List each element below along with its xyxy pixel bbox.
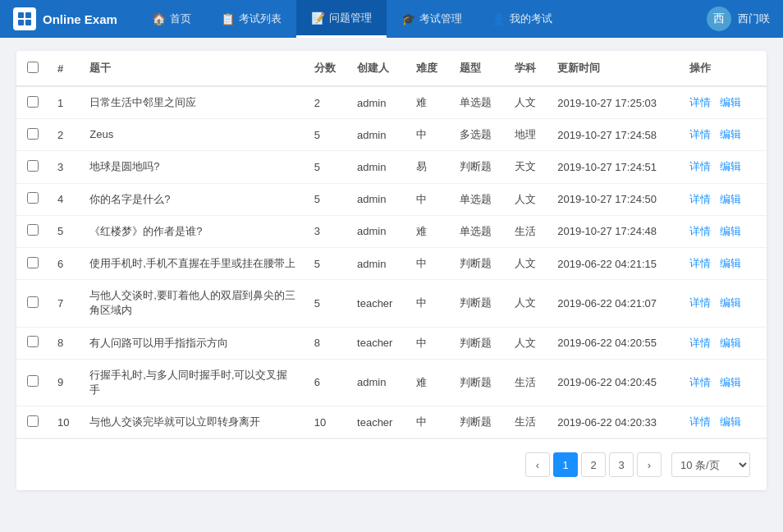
row-checkbox-7[interactable] bbox=[27, 296, 39, 308]
nav-item-exam-mgmt[interactable]: 🎓 考试管理 bbox=[387, 0, 477, 38]
row-question: 使用手机时,手机不直握在手里或挂在腰带上 bbox=[81, 247, 305, 279]
row-score: 8 bbox=[306, 327, 349, 359]
row-id: 2 bbox=[49, 119, 81, 151]
edit-link[interactable]: 编辑 bbox=[720, 257, 741, 269]
row-checkbox-cell bbox=[16, 359, 49, 406]
row-difficulty: 中 bbox=[408, 280, 451, 327]
edit-link[interactable]: 编辑 bbox=[720, 296, 741, 309]
nav-item-my-exam[interactable]: 👤 我的考试 bbox=[477, 0, 567, 38]
row-actions: 详情 编辑 bbox=[681, 327, 767, 359]
row-id: 4 bbox=[49, 183, 81, 215]
select-all-checkbox[interactable] bbox=[27, 62, 39, 73]
row-checkbox-1[interactable] bbox=[27, 96, 39, 108]
row-score: 5 bbox=[306, 280, 349, 327]
row-type: 判断题 bbox=[451, 280, 506, 327]
detail-link[interactable]: 详情 bbox=[689, 296, 711, 309]
row-updated: 2019-10-27 17:24:58 bbox=[549, 119, 680, 151]
row-score: 6 bbox=[306, 359, 349, 406]
logo[interactable]: Online Exam bbox=[13, 7, 117, 30]
row-subject: 生活 bbox=[506, 215, 549, 247]
row-type: 单选题 bbox=[451, 215, 506, 247]
row-type: 判断题 bbox=[451, 406, 506, 438]
row-checkbox-3[interactable] bbox=[27, 160, 39, 172]
row-creator: teacher bbox=[349, 327, 408, 359]
exam-mgmt-icon: 🎓 bbox=[401, 12, 415, 25]
user-area[interactable]: 西 西门咲 bbox=[707, 7, 770, 31]
col-actions: 操作 bbox=[681, 51, 767, 86]
row-type: 判断题 bbox=[451, 247, 506, 279]
col-creator: 创建人 bbox=[349, 51, 408, 86]
detail-link[interactable]: 详情 bbox=[689, 193, 711, 205]
nav-item-question-mgmt[interactable]: 📝 问题管理 bbox=[296, 0, 387, 38]
row-checkbox-cell bbox=[16, 119, 49, 151]
row-updated: 2019-06-22 04:20:45 bbox=[549, 359, 680, 406]
row-actions: 详情 编辑 bbox=[681, 247, 767, 279]
row-creator: admin bbox=[349, 215, 408, 247]
detail-link[interactable]: 详情 bbox=[689, 128, 711, 140]
row-type: 判断题 bbox=[451, 151, 506, 183]
col-subject: 学科 bbox=[506, 51, 549, 86]
col-updated: 更新时间 bbox=[549, 51, 680, 86]
user-name: 西门咲 bbox=[738, 11, 770, 26]
row-actions: 详情 编辑 bbox=[681, 280, 767, 327]
detail-link[interactable]: 详情 bbox=[689, 415, 711, 428]
col-id: # bbox=[49, 51, 81, 86]
page-2-button[interactable]: 2 bbox=[581, 452, 606, 477]
pagination: ‹ 1 2 3 › 10 条/页 20 条/页 50 条/页 bbox=[16, 438, 767, 490]
edit-link[interactable]: 编辑 bbox=[720, 96, 741, 108]
edit-link[interactable]: 编辑 bbox=[720, 193, 741, 205]
row-checkbox-8[interactable] bbox=[27, 336, 39, 347]
detail-link[interactable]: 详情 bbox=[689, 337, 711, 349]
page-3-button[interactable]: 3 bbox=[609, 452, 634, 477]
row-question: 地球是圆地吗? bbox=[81, 151, 305, 183]
edit-link[interactable]: 编辑 bbox=[720, 415, 741, 428]
row-difficulty: 易 bbox=[408, 151, 451, 183]
row-difficulty: 难 bbox=[408, 359, 451, 406]
detail-link[interactable]: 详情 bbox=[689, 96, 711, 108]
row-checkbox-5[interactable] bbox=[27, 224, 39, 236]
detail-link[interactable]: 详情 bbox=[689, 257, 711, 269]
row-actions: 详情 编辑 bbox=[681, 151, 767, 183]
row-updated: 2019-06-22 04:21:15 bbox=[549, 247, 680, 279]
edit-link[interactable]: 编辑 bbox=[720, 160, 741, 172]
nav-item-home[interactable]: 🏠 首页 bbox=[137, 0, 206, 38]
page-size-select[interactable]: 10 条/页 20 条/页 50 条/页 bbox=[671, 452, 750, 477]
detail-link[interactable]: 详情 bbox=[689, 160, 711, 172]
table-row: 6 使用手机时,手机不直握在手里或挂在腰带上 5 admin 中 判断题 人文 … bbox=[16, 247, 767, 279]
row-checkbox-cell bbox=[16, 183, 49, 215]
row-checkbox-cell bbox=[16, 86, 49, 119]
table-row: 3 地球是圆地吗? 5 admin 易 判断题 天文 2019-10-27 17… bbox=[16, 151, 767, 183]
row-checkbox-2[interactable] bbox=[27, 128, 39, 140]
row-subject: 地理 bbox=[506, 119, 549, 151]
edit-link[interactable]: 编辑 bbox=[720, 225, 741, 237]
row-checkbox-6[interactable] bbox=[27, 257, 39, 268]
edit-link[interactable]: 编辑 bbox=[720, 128, 741, 140]
detail-link[interactable]: 详情 bbox=[689, 225, 711, 237]
edit-link[interactable]: 编辑 bbox=[720, 337, 741, 349]
table-row: 5 《红楼梦》的作者是谁? 3 admin 难 单选题 生活 2019-10-2… bbox=[16, 215, 767, 247]
row-actions: 详情 编辑 bbox=[681, 183, 767, 215]
row-checkbox-4[interactable] bbox=[27, 192, 39, 204]
page-1-button[interactable]: 1 bbox=[553, 452, 578, 477]
col-question: 题干 bbox=[81, 51, 305, 86]
table-row: 4 你的名字是什么? 5 admin 中 单选题 人文 2019-10-27 1… bbox=[16, 183, 767, 215]
row-question: 日常生活中邻里之间应 bbox=[81, 86, 305, 119]
next-page-button[interactable]: › bbox=[637, 452, 662, 477]
row-updated: 2019-10-27 17:24:51 bbox=[549, 151, 680, 183]
row-creator: admin bbox=[349, 151, 408, 183]
row-updated: 2019-10-27 17:24:48 bbox=[549, 215, 680, 247]
row-checkbox-9[interactable] bbox=[27, 375, 39, 387]
row-difficulty: 中 bbox=[408, 247, 451, 279]
nav-label-home: 首页 bbox=[170, 11, 191, 26]
nav-item-exam-list[interactable]: 📋 考试列表 bbox=[206, 0, 296, 38]
row-type: 判断题 bbox=[451, 359, 506, 406]
header: Online Exam 🏠 首页 📋 考试列表 📝 问题管理 🎓 考试管理 👤 … bbox=[0, 0, 783, 38]
detail-link[interactable]: 详情 bbox=[689, 376, 711, 388]
prev-page-button[interactable]: ‹ bbox=[525, 452, 550, 477]
app-title: Online Exam bbox=[43, 12, 117, 26]
row-checkbox-10[interactable] bbox=[27, 415, 39, 427]
table-row: 9 行握手礼时,与多人同时握手时,可以交叉握手 6 admin 难 判断题 生活… bbox=[16, 359, 767, 406]
edit-link[interactable]: 编辑 bbox=[720, 376, 741, 388]
svg-rect-2 bbox=[18, 20, 24, 25]
row-subject: 生活 bbox=[506, 406, 549, 438]
